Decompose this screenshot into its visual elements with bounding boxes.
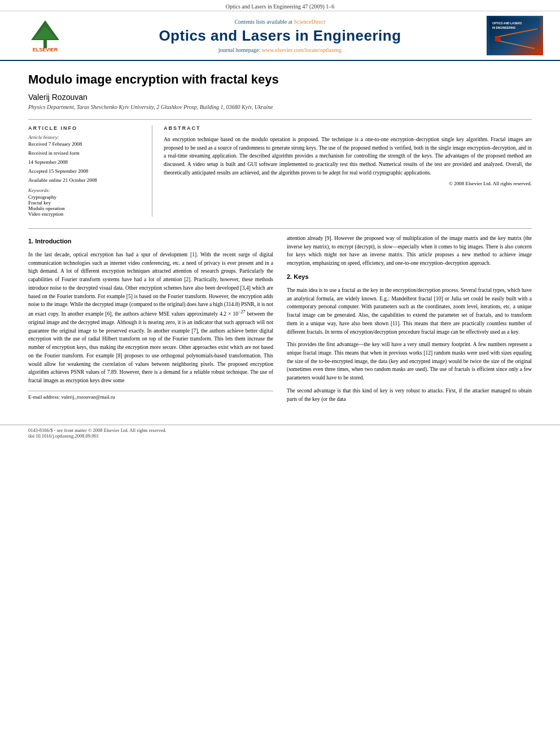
citation-text: Optics and Lasers in Engineering 47 (200…: [226, 3, 334, 10]
keywords-section: Keywords: Cryptography Fractal key Modul…: [28, 187, 143, 217]
column-right: attention already [9]. However the propo…: [287, 234, 532, 408]
accepted-date: Accepted 15 September 2008: [28, 168, 143, 174]
svg-point-10: [495, 36, 501, 42]
abstract-title: ABSTRACT: [164, 125, 532, 131]
contents-text: Contents lists available at: [234, 19, 292, 25]
journal-title: Optics and Lasers in Engineering: [85, 27, 475, 45]
author-name: Valerij Rozouvan: [28, 93, 532, 102]
footnote: E-mail address: valerij_rozouvan@mail.ru: [28, 391, 273, 401]
svg-text:OPTICS AND LASERS: OPTICS AND LASERS: [492, 21, 522, 25]
homepage-link[interactable]: www.elsevier.com/locate/optlaseng: [262, 47, 342, 53]
revised-date: 14 September 2008: [28, 159, 143, 165]
svg-text:IN ENGINEERING: IN ENGINEERING: [492, 26, 516, 29]
sciencedirect-link-anchor[interactable]: ScienceDirect: [294, 19, 325, 25]
available-date: Available online 21 October 2008: [28, 177, 143, 183]
received-date: Received 7 February 2008: [28, 141, 143, 147]
divider-body: [28, 228, 532, 229]
abstract-text: An encryption technique based on the mod…: [164, 136, 532, 177]
keyword-cryptography: Cryptography: [28, 194, 143, 200]
elsevier-tree-icon: ELSEVIER: [20, 18, 71, 54]
section2-title: 2. Keys: [287, 272, 532, 282]
divider-top: [28, 119, 532, 120]
article-info-title: ARTICLE INFO: [28, 125, 143, 131]
issn-text: 0143-8166/$ - see front matter © 2008 El…: [28, 427, 167, 433]
keyword-fractal: Fractal key: [28, 200, 143, 206]
author-affiliation: Physics Department, Taras Shevchenko Kyi…: [28, 104, 532, 110]
journal-cover-icon: OPTICS AND LASERS IN ENGINEERING: [489, 18, 540, 54]
section2-paragraph3: The second advantage is that this kind o…: [287, 387, 532, 403]
article-info: ARTICLE INFO Article history: Received 7…: [28, 125, 152, 217]
journal-homepage: journal homepage: www.elsevier.com/locat…: [85, 47, 475, 53]
intro-continuation: attention already [9]. However the propo…: [287, 234, 532, 268]
journal-header: ELSEVIER Contents lists available at Sci…: [0, 11, 560, 61]
footnote-text: E-mail address: valerij_rozouvan@mail.ru: [28, 394, 115, 400]
section2-paragraph2: This provides the first advantage—the ke…: [287, 340, 532, 382]
article-content: Modulo image encryption with fractal key…: [0, 61, 560, 419]
journal-logo-right: OPTICS AND LASERS IN ENGINEERING: [487, 16, 543, 55]
homepage-label: journal homepage:: [218, 47, 261, 53]
svg-text:ELSEVIER: ELSEVIER: [33, 47, 58, 53]
abstract-section: ABSTRACT An encryption technique based o…: [164, 125, 532, 217]
elsevier-logo-left: ELSEVIER: [17, 16, 73, 55]
page: Optics and Lasers in Engineering 47 (200…: [0, 0, 560, 747]
keyword-video: Video encryption: [28, 211, 143, 217]
bottom-bar: 0143-8166/$ - see front matter © 2008 El…: [0, 425, 560, 441]
section2-paragraph1: The main idea is to use a fractal as the…: [287, 286, 532, 336]
journal-citation: Optics and Lasers in Engineering 47 (200…: [0, 0, 560, 11]
doi-text: doi:10.1016/j.optlaseng.2008.09.001: [28, 433, 99, 439]
keywords-label: Keywords:: [28, 187, 143, 193]
copyright-text: © 2008 Elsevier Ltd. All rights reserved…: [164, 181, 532, 186]
info-abstract-section: ARTICLE INFO Article history: Received 7…: [28, 125, 532, 217]
revised-label: Received in revised form: [28, 150, 143, 156]
keyword-modulo: Modulo operation: [28, 206, 143, 211]
body-columns: 1. Introduction In the last decade, opti…: [28, 234, 532, 408]
sciencedirect-link: Contents lists available at ScienceDirec…: [85, 19, 475, 25]
history-label: Article history:: [28, 134, 143, 140]
section1-title: 1. Introduction: [28, 237, 273, 246]
section1-paragraph: In the last decade, optical encryption h…: [28, 251, 273, 385]
column-left: 1. Introduction In the last decade, opti…: [28, 234, 273, 408]
article-title: Modulo image encryption with fractal key…: [28, 72, 532, 87]
journal-center: Contents lists available at ScienceDirec…: [73, 19, 487, 53]
